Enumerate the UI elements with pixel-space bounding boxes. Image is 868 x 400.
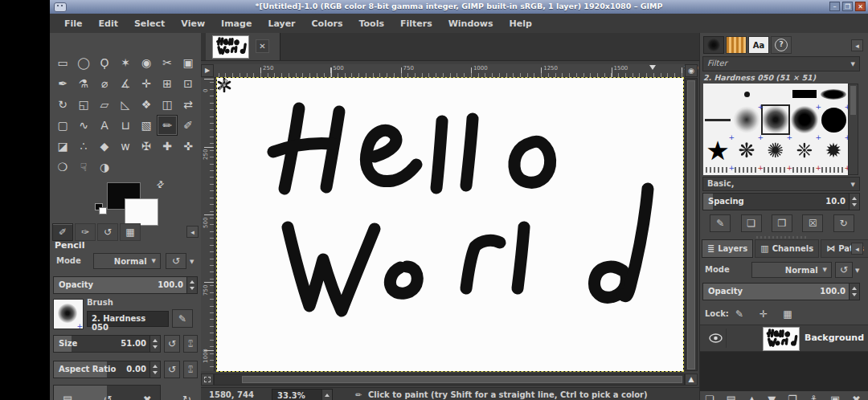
opacity-slider[interactable]: Opacity 100.0 — [53, 276, 198, 294]
channels-tab[interactable]: ▥ Channels — [755, 239, 819, 258]
brush-cell-empty[interactable] — [761, 84, 790, 104]
anchor-layer-button[interactable]: ⚓ — [809, 394, 819, 400]
reset-layer-mode-button[interactable]: ↺ — [835, 262, 853, 278]
duplicate-layer-button[interactable]: ❐ — [788, 394, 797, 400]
delete-tool-preset-button[interactable]: ✖ — [143, 394, 152, 400]
move-tool[interactable]: ✛ — [136, 73, 157, 94]
align-tool[interactable]: ⊞ — [157, 73, 178, 94]
crop-tool[interactable]: ⊡ — [178, 73, 199, 94]
reset-tool-options-button[interactable]: ↻ — [182, 394, 191, 400]
link-size-button[interactable]: ⑄ — [183, 335, 198, 353]
tool-options-tab[interactable]: ✐ — [52, 223, 73, 241]
aspect-ratio-slider[interactable]: Aspect Ratio 0.00 — [53, 361, 161, 378]
heal-tool[interactable]: ✚ — [157, 136, 178, 157]
close-image-icon[interactable]: ✕ — [256, 39, 269, 53]
ink-tool[interactable]: ◆ — [94, 136, 115, 157]
close-button[interactable]: ✕ — [855, 2, 866, 11]
shear-tool[interactable]: ▱ — [94, 94, 115, 115]
patterns-tab[interactable] — [726, 36, 747, 54]
rotate-tool[interactable]: ↻ — [52, 94, 73, 115]
image-menu-button[interactable]: ▶ — [201, 64, 214, 77]
gradient-tool[interactable]: ▧ — [136, 115, 157, 136]
menu-item[interactable]: Help — [502, 16, 540, 31]
menu-item[interactable]: Layer — [260, 16, 303, 31]
brush-grid-scrollbar[interactable] — [848, 84, 858, 175]
transform-3d-tool[interactable]: ◫ — [157, 94, 178, 115]
smudge-tool[interactable]: ☟ — [73, 157, 94, 178]
edit-brush-button[interactable]: ✎ — [710, 214, 731, 232]
brush-cell-empty[interactable] — [703, 84, 732, 104]
menu-item[interactable]: Colors — [304, 16, 351, 31]
flip-tool[interactable]: ⇄ — [178, 94, 199, 115]
layer-mode-dropdown[interactable]: Normal▼ — [751, 262, 832, 278]
brush-preview[interactable] — [53, 299, 84, 329]
foreground-select-tool[interactable]: ▣ — [178, 52, 199, 73]
reset-aspect-button[interactable]: ↺ — [164, 361, 180, 378]
swap-colors-icon[interactable]: ⇄ — [154, 178, 166, 191]
clone-tool[interactable]: ✠ — [136, 136, 157, 157]
menu-item[interactable]: Filters — [392, 16, 440, 31]
raise-layer-button[interactable]: ▲ — [748, 394, 756, 400]
color-picker-tool[interactable]: ⚗ — [73, 73, 94, 94]
brush-filter-field[interactable]: Filter ▼ — [702, 56, 860, 71]
undo-history-tab[interactable]: ↺ — [97, 223, 118, 241]
save-tool-preset-button[interactable]: ▤ — [63, 394, 72, 400]
fonts-tab[interactable]: Aa — [748, 36, 769, 54]
horizontal-ruler[interactable]: 2505007501000125015001750 — [214, 64, 685, 78]
canvas[interactable] — [217, 78, 683, 371]
eraser-tool[interactable]: ◪ — [52, 136, 73, 157]
mode-menu-arrow-icon[interactable]: ▼ — [190, 259, 194, 265]
brush-block[interactable] — [790, 84, 819, 104]
zoom-level-box[interactable]: 33.3% — [272, 389, 333, 400]
perspective-clone-tool[interactable]: ✜ — [178, 136, 199, 157]
warp-transform-tool[interactable]: ∿ — [73, 115, 94, 136]
help-tab[interactable]: ? — [771, 36, 792, 54]
blur-sharpen-tool[interactable]: ❍ — [52, 157, 73, 178]
dock-menu-arrow-icon[interactable]: ◂ — [851, 243, 863, 255]
size-spinner[interactable] — [149, 336, 160, 352]
layer-opacity-slider[interactable]: Opacity 100.0 — [702, 283, 860, 300]
layer-list-empty-area[interactable] — [700, 352, 868, 391]
ellipse-select-tool[interactable]: ◯ — [73, 52, 94, 73]
menu-item[interactable]: File — [56, 16, 91, 31]
zoom-tool[interactable]: ⌀ — [94, 73, 115, 94]
zoom-follow-window-button[interactable]: ◉ — [685, 64, 698, 77]
refresh-brushes-button[interactable]: ↻ — [833, 214, 854, 232]
scissors-select-tool[interactable]: ✂ — [157, 52, 178, 73]
size-slider[interactable]: Size 51.00 — [53, 335, 161, 353]
dock-menu-arrow-icon[interactable]: ◂ — [851, 39, 863, 51]
brush-name-field[interactable]: 2. Hardness 050 — [87, 311, 169, 327]
new-layer-button[interactable]: ❏ — [705, 394, 714, 400]
opacity-spinner[interactable] — [186, 277, 197, 293]
menu-item[interactable]: Edit — [91, 16, 126, 31]
restore-tool-preset-button[interactable]: ↺ — [104, 394, 113, 400]
duplicate-brush-button[interactable]: ❐ — [772, 214, 792, 232]
perspective-tool[interactable]: ◺ — [115, 94, 136, 115]
spacing-spinner[interactable] — [849, 194, 859, 210]
cage-transform-tool[interactable]: ▢ — [52, 115, 73, 136]
brush-ellipse[interactable] — [819, 84, 848, 104]
airbrush-tool[interactable]: ∴ — [73, 136, 94, 157]
background-color-swatch[interactable] — [125, 198, 158, 226]
menu-item[interactable]: Tools — [350, 16, 391, 31]
dock-splitter[interactable] — [756, 236, 808, 239]
lock-pixels-button[interactable]: ✎ — [731, 306, 748, 321]
mypaint-brush-tool[interactable]: w — [115, 136, 136, 157]
navigation-button[interactable]: ▲ — [685, 373, 698, 386]
quick-mask-button[interactable] — [201, 373, 214, 386]
paintbrush-tool[interactable]: ✐ — [178, 115, 199, 136]
vertical-scrollbar[interactable] — [685, 78, 698, 371]
brush-tag-dropdown[interactable]: Basic, ▼ — [702, 177, 860, 191]
image-tab[interactable]: ✕ — [206, 33, 280, 60]
free-select-tool[interactable]: Ϙ — [94, 52, 115, 73]
lock-position-button[interactable]: ✛ — [755, 306, 772, 321]
rectangle-select-tool[interactable]: ▭ — [52, 52, 73, 73]
horizontal-scrollbar[interactable] — [214, 373, 685, 386]
edit-brush-button[interactable]: ✎ — [172, 309, 193, 328]
scale-tool[interactable]: ◱ — [73, 94, 94, 115]
images-tab[interactable]: ▦ — [120, 223, 141, 241]
layers-tab[interactable]: ≣ Layers — [702, 239, 753, 258]
layer-row-background[interactable]: Background — [700, 324, 868, 352]
lower-layer-button[interactable]: ▼ — [768, 394, 776, 400]
delete-brush-button[interactable]: ☒ — [802, 214, 823, 232]
